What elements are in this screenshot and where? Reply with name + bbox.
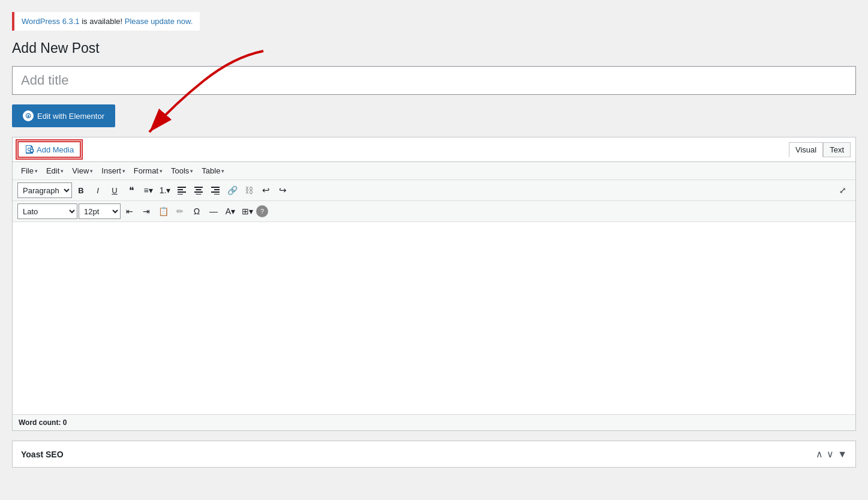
menu-format[interactable]: Format ▾: [130, 164, 166, 177]
yoast-chevron-up[interactable]: ∧: [816, 448, 823, 460]
add-media-wrapper: Add Media: [17, 141, 81, 158]
font-family-select[interactable]: Lato: [17, 203, 77, 219]
fullscreen-button[interactable]: ⤢: [835, 182, 851, 198]
bold-button[interactable]: B: [73, 182, 89, 198]
ordered-list-button[interactable]: 1.▾: [157, 182, 173, 198]
align-center-button[interactable]: [191, 182, 206, 198]
svg-rect-10: [194, 191, 203, 193]
unordered-list-button[interactable]: ≡▾: [140, 182, 156, 198]
edit-with-elementor-button[interactable]: ⦿ Edit with Elementor: [12, 104, 115, 127]
view-arrow: ▾: [90, 168, 93, 174]
post-title-input[interactable]: [12, 66, 856, 95]
menu-insert[interactable]: Insert ▾: [98, 164, 129, 177]
update-now-link[interactable]: Please update now.: [125, 17, 193, 26]
svg-rect-12: [211, 187, 220, 188]
menu-bar: File ▾ Edit ▾ View ▾ Insert ▾ Format ▾ T…: [13, 162, 855, 180]
page-title: Add New Post: [12, 40, 856, 56]
yoast-seo-bar: Yoast SEO ∧ ∨ ▼: [12, 441, 856, 468]
elementor-icon: ⦿: [23, 110, 34, 121]
svg-rect-14: [211, 191, 220, 193]
editor-top-bar: Add Media Visual Text: [13, 137, 855, 162]
svg-rect-11: [196, 194, 202, 194]
format-arrow: ▾: [160, 168, 163, 174]
menu-table[interactable]: Table ▾: [198, 164, 228, 177]
svg-rect-3: [31, 150, 33, 151]
table-insert-button[interactable]: ⊞▾: [239, 203, 255, 219]
visual-text-tabs: Visual Text: [789, 142, 851, 157]
indent-button[interactable]: ⇥: [139, 203, 154, 219]
editor-body[interactable]: [13, 222, 855, 414]
align-right-icon: [211, 186, 220, 194]
tools-arrow: ▾: [190, 168, 193, 174]
align-left-button[interactable]: [174, 182, 190, 198]
svg-rect-5: [178, 189, 183, 190]
toolbar-row-2: Lato 12pt ⇤ ⇥ 📋 ✏ Ω — A▾ ⊞▾ ?: [13, 201, 855, 222]
insert-arrow: ▾: [122, 168, 125, 174]
font-size-select[interactable]: 12pt: [79, 203, 121, 219]
svg-rect-15: [214, 194, 220, 194]
menu-view[interactable]: View ▾: [68, 164, 97, 177]
add-media-label: Add Media: [37, 145, 74, 154]
svg-rect-4: [178, 187, 186, 188]
add-media-icon: [25, 145, 34, 154]
word-count-bar: Word count: 0: [13, 414, 855, 430]
align-center-icon: [194, 186, 203, 194]
unlink-button[interactable]: ⛓: [241, 182, 257, 198]
svg-rect-8: [194, 187, 203, 188]
tab-text[interactable]: Text: [823, 142, 851, 157]
add-media-button[interactable]: Add Media: [17, 141, 81, 158]
special-chars-button[interactable]: Ω: [189, 203, 205, 219]
align-left-icon: [178, 186, 186, 194]
font-color-button[interactable]: A▾: [223, 203, 238, 219]
insert-template-button[interactable]: 📋: [155, 203, 171, 219]
toolbar-row-1: Paragraph B I U ❝ ≡▾ 1.▾ 🔗 ⛓ ↩ ↪ ⤢: [13, 180, 855, 201]
yoast-title: Yoast SEO: [21, 450, 64, 459]
paragraph-select[interactable]: Paragraph: [17, 182, 72, 198]
svg-rect-9: [196, 189, 202, 190]
highlight-button[interactable]: ✏: [172, 203, 188, 219]
red-arrow-annotation: [101, 45, 269, 147]
table-arrow: ▾: [221, 168, 224, 174]
yoast-chevron-down[interactable]: ∨: [827, 448, 834, 460]
underline-button[interactable]: U: [107, 182, 122, 198]
file-arrow: ▾: [35, 168, 38, 174]
svg-rect-7: [178, 194, 183, 194]
update-notice: WordPress 6.3.1 is available! Please upd…: [12, 12, 200, 31]
menu-file[interactable]: File ▾: [17, 164, 41, 177]
italic-button[interactable]: I: [90, 182, 106, 198]
wordpress-version-link[interactable]: WordPress 6.3.1: [22, 17, 80, 26]
menu-tools[interactable]: Tools ▾: [167, 164, 197, 177]
strikethrough-button[interactable]: ❝: [124, 182, 139, 198]
horizontal-rule-button[interactable]: —: [206, 203, 221, 219]
update-notice-text: is available!: [82, 17, 125, 26]
menu-edit[interactable]: Edit ▾: [43, 164, 67, 177]
undo-button[interactable]: ↩: [258, 182, 274, 198]
tab-visual[interactable]: Visual: [789, 142, 823, 157]
link-button[interactable]: 🔗: [224, 182, 240, 198]
elementor-button-label: Edit with Elementor: [37, 112, 104, 121]
edit-arrow: ▾: [61, 168, 64, 174]
redo-button[interactable]: ↪: [275, 182, 290, 198]
help-button[interactable]: ?: [256, 205, 268, 217]
word-count-value: 0: [63, 418, 67, 427]
outdent-button[interactable]: ⇤: [122, 203, 137, 219]
svg-rect-13: [214, 189, 220, 190]
word-count-label: Word count:: [19, 418, 61, 427]
yoast-expand-button[interactable]: ▼: [837, 449, 847, 460]
svg-rect-6: [178, 191, 186, 193]
editor-container: Add Media Visual Text File ▾ Edit ▾ View…: [12, 137, 856, 431]
align-right-button[interactable]: [208, 182, 223, 198]
yoast-controls: ∧ ∨ ▼: [816, 448, 847, 460]
